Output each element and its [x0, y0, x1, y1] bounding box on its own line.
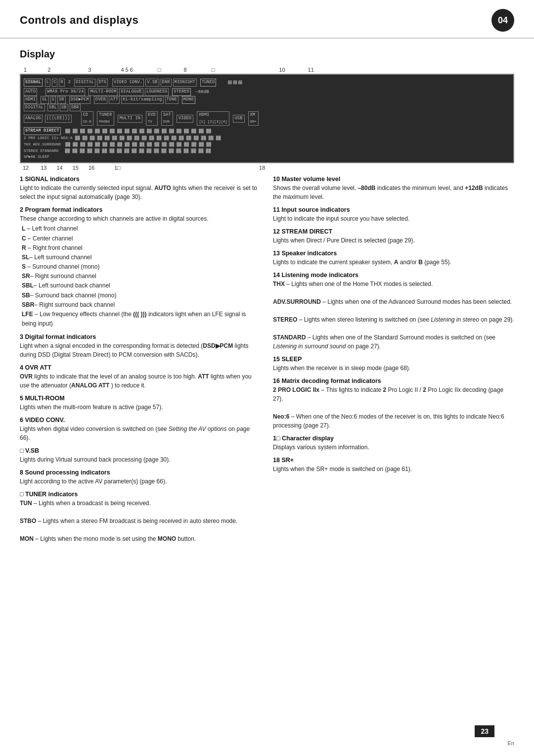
desc-item-18: 18 SR+ Lights when the SR+ mode is switc… — [273, 457, 514, 473]
num-18: 18 — [259, 165, 265, 171]
desc-item-17: 1□ Character display Displays various sy… — [273, 435, 514, 452]
num-16: 16 — [89, 165, 94, 171]
page-number-area: 23 En — [508, 739, 514, 746]
desc-item-3: 3 Digital format indicators Light when a… — [20, 333, 261, 359]
desc-item-14: 14 Listening mode indicators THX – Light… — [273, 272, 514, 351]
desc-title-6: 6 VIDEO CONV. — [20, 417, 261, 424]
desc-body-15: Lights when the receiver is in sleep mod… — [273, 364, 514, 373]
num-1: 1 — [24, 67, 27, 73]
lcd-display: SIGNAL L C R 2 DIGITAL DTS VIDEO CONV. V… — [20, 74, 514, 163]
desc-body-6: Lights when digital video conversion is … — [20, 425, 261, 442]
num-10: 10 — [279, 67, 285, 73]
lcd-line-7: 2 PRO LOGIC IIx NEO:6 ▓▓ ▓▓ ▓▓ ▓▓ ▓▓ ▓▓ … — [24, 135, 510, 142]
desc-body-1: Light to indicate the currently selected… — [20, 184, 261, 201]
desc-title-vsb: □ V.SB — [20, 447, 261, 454]
page-header: Controls and displays 04 — [0, 0, 534, 39]
desc-title-12: 12 STREAM DIRECT — [273, 228, 514, 235]
diagram-bottom-numbers: 12 13 14 15 16 1□ 18 — [20, 165, 514, 171]
desc-body-tuner: TUN – Lights when a broadcast is being r… — [20, 499, 261, 543]
desc-item-8: 8 Sound processing indicators Light acco… — [20, 469, 261, 486]
desc-body-14: THX – Lights when one of the Home THX mo… — [273, 280, 514, 351]
desc-title-1: 1 SIGNAL indicators — [20, 176, 261, 183]
desc-body-8: Light according to the active AV paramet… — [20, 477, 261, 486]
desc-body-18: Lights when the SR+ mode is switched on … — [273, 465, 514, 473]
section-title: Display — [20, 48, 514, 60]
desc-item-13: 13 Speaker indicators Lights to indicate… — [273, 250, 514, 267]
lcd-line-10: SP►AB SLEEP — [24, 154, 510, 160]
desc-title-18: 18 SR+ — [273, 457, 514, 464]
desc-title-16: 16 Matrix decoding format indicators — [273, 378, 514, 384]
desc-title-5: 5 MULTI-ROOM — [20, 395, 261, 402]
num-12: 12 — [23, 165, 29, 171]
desc-item-1: 1 SIGNAL indicators Light to indicate th… — [20, 176, 261, 201]
description-columns: 1 SIGNAL indicators Light to indicate th… — [20, 176, 514, 548]
desc-title-17: 1□ Character display — [273, 435, 514, 442]
diagram-top-numbers: 1 2 3 4 5 6 □ 8 □ 10 11 — [20, 67, 514, 73]
desc-body-17: Displays various system information. — [273, 443, 514, 452]
num-sq1: □ — [158, 67, 161, 73]
num-11: 11 — [308, 67, 314, 73]
num-15: 15 — [73, 165, 79, 171]
desc-item-6: 6 VIDEO CONV. Lights when digital video … — [20, 417, 261, 442]
page-number: 23 — [475, 725, 494, 737]
display-diagram-wrapper: 1 2 3 4 5 6 □ 8 □ 10 11 SIGNAL L C R 2 D… — [20, 67, 514, 171]
chapter-badge: 04 — [491, 9, 514, 32]
desc-title-8: 8 Sound processing indicators — [20, 469, 261, 476]
desc-title-4: 4 OVR ATT — [20, 364, 261, 371]
desc-body-vsb: Lights during Virtual surround back proc… — [20, 455, 261, 464]
desc-item-16: 16 Matrix decoding format indicators 2 P… — [273, 378, 514, 430]
num-3: 3 — [88, 67, 91, 73]
left-description-column: 1 SIGNAL indicators Light to indicate th… — [20, 176, 261, 548]
desc-title-13: 13 Speaker indicators — [273, 250, 514, 257]
num-2: 2 — [47, 67, 50, 73]
desc-title-2: 2 Program format indicators — [20, 206, 261, 213]
desc-body-2: These change according to which channels… — [20, 214, 261, 329]
num-456: 4 5 6 — [121, 67, 133, 73]
lcd-line-8: THX ADV.SURROUND ▓▓ ▓▓ ▓▓ ▓▓ ▓▓ ▓▓ ▓▓ ▓▓… — [24, 142, 510, 148]
lcd-line-5: ANALOG (((LEE))) CDCD-R TUNERPHONO MULTI… — [24, 111, 510, 126]
desc-item-11: 11 Input source indicators Light to indi… — [273, 206, 514, 223]
desc-item-tuner: □ TUNER indicators TUN – Lights when a b… — [20, 491, 261, 543]
desc-title-10: 10 Master volume level — [273, 176, 514, 183]
lcd-line-9: STEREO STANDARD ▓▓ ▓▓ ▓▓ ▓▓ ▓▓ ▓▓ ▓▓ ▓▓ … — [24, 148, 510, 154]
page-title: Controls and displays — [20, 14, 138, 27]
desc-title-14: 14 Listening mode indicators — [273, 272, 514, 279]
desc-item-vsb: □ V.SB Lights during Virtual surround ba… — [20, 447, 261, 464]
desc-body-11: Light to indicate the input source you h… — [273, 214, 514, 223]
num-8: 8 — [184, 67, 187, 73]
lcd-line-3: HDMI SL S SR DSD►PCM OVER ATT Hi-bit/sam… — [24, 96, 510, 104]
desc-body-4: OVR lights to indicate that the level of… — [20, 372, 261, 390]
desc-item-10: 10 Master volume level Shows the overall… — [273, 176, 514, 201]
desc-body-12: Lights when Direct / Pure Direct is sele… — [273, 236, 514, 245]
lcd-line-2: AUTO WMA9 Pro 96/24 MULTI-ROOM DIALOGUE … — [24, 88, 510, 96]
lcd-line-4: DIGITAL SBL SB SBR — [24, 104, 510, 112]
desc-body-16: 2 PRO LOGIC IIx – This lights to indicat… — [273, 385, 514, 430]
desc-item-5: 5 MULTI-ROOM Lights when the multi-room … — [20, 395, 261, 412]
desc-item-2: 2 Program format indicators These change… — [20, 206, 261, 329]
desc-item-4: 4 OVR ATT OVR lights to indicate that th… — [20, 364, 261, 390]
desc-body-3: Light when a signal encoded in the corre… — [20, 341, 261, 359]
num-14: 14 — [57, 165, 63, 171]
lcd-line-6: STREAM DIRECT ▓▓ ▓▓ ▓▓ ▓▓ ▓▓ ▓▓ ▓▓ ▓▓ ▓▓… — [24, 127, 510, 135]
desc-item-15: 15 SLEEP Lights when the receiver is in … — [273, 356, 514, 373]
main-content: Display 1 2 3 4 5 6 □ 8 □ 10 11 SIGNAL L… — [0, 39, 534, 563]
desc-title-tuner: □ TUNER indicators — [20, 491, 261, 498]
desc-item-12: 12 STREAM DIRECT Lights when Direct / Pu… — [273, 228, 514, 245]
num-13: 13 — [41, 165, 46, 171]
desc-body-5: Lights when the multi-room feature is ac… — [20, 403, 261, 412]
right-description-column: 10 Master volume level Shows the overall… — [273, 176, 514, 548]
lcd-line-1: SIGNAL L C R 2 DIGITAL DTS VIDEO CONV. V… — [24, 77, 510, 88]
num-1sq: 1□ — [114, 165, 121, 171]
desc-body-10: Shows the overall volume level. –80dB in… — [273, 184, 514, 201]
num-sq2: □ — [212, 67, 215, 73]
desc-title-3: 3 Digital format indicators — [20, 333, 261, 340]
desc-body-13: Lights to indicate the current speaker s… — [273, 258, 514, 267]
desc-title-15: 15 SLEEP — [273, 356, 514, 363]
page-lang: En — [508, 740, 514, 746]
desc-title-11: 11 Input source indicators — [273, 206, 514, 213]
